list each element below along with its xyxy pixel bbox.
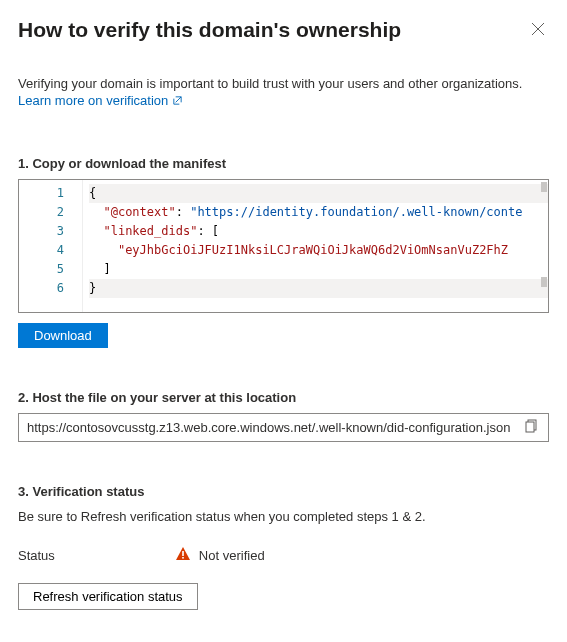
line-number: 4 — [19, 241, 64, 260]
close-icon[interactable] — [527, 18, 549, 43]
code-token: "https://identity.foundation/.well-known… — [190, 205, 522, 219]
code-token: "linked_dids" — [103, 224, 197, 238]
external-link-icon — [172, 95, 183, 106]
copy-icon[interactable] — [523, 419, 540, 436]
status-label: Status — [18, 548, 55, 563]
code-token: } — [89, 281, 96, 295]
code-token: : [ — [197, 224, 219, 238]
refresh-status-button[interactable]: Refresh verification status — [18, 583, 198, 610]
manifest-code-box[interactable]: 1 2 3 4 5 6 { "@context": "https://ident… — [18, 179, 549, 313]
status-value: Not verified — [199, 548, 265, 563]
svg-rect-3 — [182, 557, 184, 559]
code-scrollbar[interactable] — [536, 180, 548, 312]
svg-rect-2 — [182, 551, 184, 556]
code-token: ] — [103, 262, 110, 276]
step1-title: 1. Copy or download the manifest — [18, 156, 549, 171]
page-title: How to verify this domain's ownership — [18, 18, 401, 42]
step2-title: 2. Host the file on your server at this … — [18, 390, 549, 405]
host-url-field[interactable]: https://contosovcusstg.z13.web.core.wind… — [18, 413, 549, 442]
download-button[interactable]: Download — [18, 323, 108, 348]
line-number: 2 — [19, 203, 64, 222]
svg-rect-1 — [526, 422, 534, 432]
code-token: "eyJhbGciOiJFUzI1NksiLCJraWQiOiJkaWQ6d2V… — [118, 243, 508, 257]
code-content: { "@context": "https://identity.foundati… — [83, 180, 548, 312]
line-number: 1 — [19, 184, 64, 203]
learn-more-label: Learn more on verification — [18, 93, 168, 108]
code-gutter: 1 2 3 4 5 6 — [19, 180, 83, 312]
code-token: { — [89, 186, 96, 200]
line-number: 6 — [19, 279, 64, 298]
intro-text: Verifying your domain is important to bu… — [18, 76, 522, 91]
code-token: "@context" — [103, 205, 175, 219]
status-badge: Not verified — [175, 546, 265, 565]
status-description: Be sure to Refresh verification status w… — [18, 509, 549, 524]
line-number: 5 — [19, 260, 64, 279]
host-url-text: https://contosovcusstg.z13.web.core.wind… — [27, 420, 523, 435]
step3-title: 3. Verification status — [18, 484, 549, 499]
code-token: : — [176, 205, 190, 219]
warning-icon — [175, 546, 191, 565]
line-number: 3 — [19, 222, 64, 241]
learn-more-link[interactable]: Learn more on verification — [18, 93, 183, 108]
